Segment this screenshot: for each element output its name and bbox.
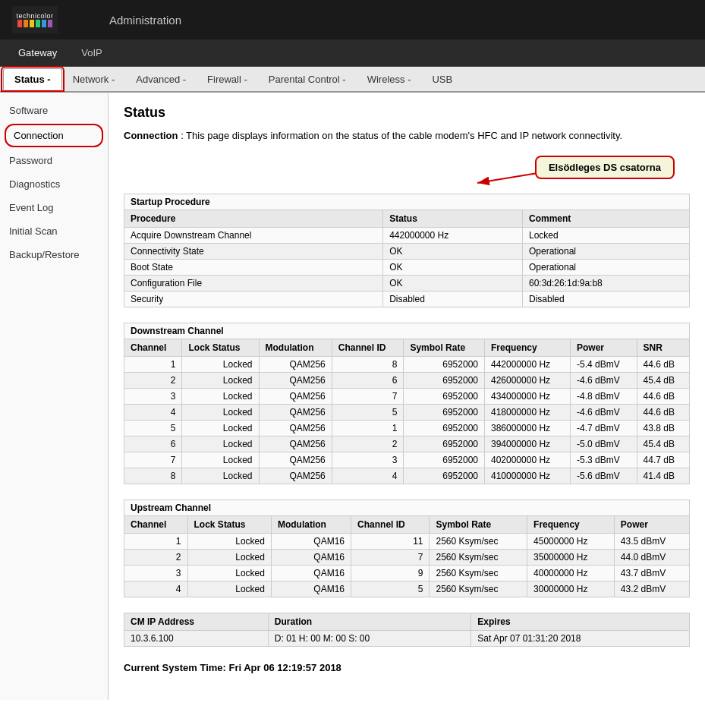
startup-procedure-0: Acquire Downstream Channel <box>124 227 383 243</box>
subnav-parental[interactable]: Parental Control - <box>258 69 357 90</box>
logo-brand: technicolor <box>16 12 53 20</box>
table-row: Connectivity State OK Operational <box>124 243 690 259</box>
ip-col-0: CM IP Address <box>124 613 269 630</box>
subnav-network[interactable]: Network - <box>62 69 126 90</box>
top-tabs: Gateway VoIP <box>0 39 705 67</box>
subnav-wireless[interactable]: Wireless - <box>357 69 422 90</box>
tab-voip[interactable]: VoIP <box>69 41 114 65</box>
downstream-table: Downstream Channel Channel Lock Status M… <box>124 323 690 484</box>
sidebar-item-eventlog[interactable]: Event Log <box>0 196 108 219</box>
startup-wrap: Elsödleges DS csatorna Startup Procedure… <box>124 156 690 307</box>
startup-status-0: 442000000 Hz <box>383 227 523 243</box>
subnav-advanced[interactable]: Advanced - <box>125 69 197 90</box>
us-col-0: Channel <box>124 515 188 533</box>
ds-col-4: Symbol Rate <box>404 339 485 356</box>
ip-table: CM IP Address Duration Expires 10.3.6.10… <box>124 613 690 647</box>
startup-comment-3: 60:3d:26:1d:9a:b8 <box>522 275 689 291</box>
ds-col-0: Channel <box>124 339 182 356</box>
header-title: Administration <box>109 14 181 27</box>
table-row: 6LockedQAM25626952000394000000 Hz-5.0 dB… <box>124 436 690 452</box>
subnav-usb[interactable]: USB <box>421 69 463 90</box>
startup-header: Startup Procedure <box>124 194 690 210</box>
ip-expires: Sat Apr 07 01:31:20 2018 <box>471 630 690 646</box>
sidebar-item-password[interactable]: Password <box>0 149 108 172</box>
table-row: 3LockedQAM1692560 Ksym/sec40000000 Hz43.… <box>124 565 690 581</box>
ip-address: 10.3.6.100 <box>124 630 269 646</box>
table-row: 8LockedQAM25646952000410000000 Hz-5.6 dB… <box>124 468 690 484</box>
ds-col-6: Power <box>570 339 637 356</box>
table-row: Acquire Downstream Channel 442000000 Hz … <box>124 227 690 243</box>
startup-comment-1: Operational <box>522 243 689 259</box>
ds-col-5: Frequency <box>484 339 570 356</box>
layout: Software Connection Password Diagnostics… <box>0 93 705 700</box>
us-col-1: Lock Status <box>187 515 271 533</box>
startup-procedure-4: Security <box>124 291 383 307</box>
us-col-6: Power <box>614 515 689 533</box>
startup-comment-4: Disabled <box>522 291 689 307</box>
us-col-4: Symbol Rate <box>430 515 527 533</box>
ds-col-2: Modulation <box>259 339 332 356</box>
startup-comment-2: Operational <box>522 259 689 275</box>
ds-col-1: Lock Status <box>182 339 259 356</box>
startup-status-2: OK <box>383 259 523 275</box>
header: technicolor Administration <box>0 0 705 39</box>
subnav-status[interactable]: Status - <box>3 68 62 90</box>
tooltip-area: Elsödleges DS csatorna <box>124 156 690 194</box>
startup-status-1: OK <box>383 243 523 259</box>
table-row: 5LockedQAM25616952000386000000 Hz-4.7 dB… <box>124 420 690 436</box>
startup-col-procedure: Procedure <box>124 210 383 227</box>
sidebar-item-software[interactable]: Software <box>0 99 108 122</box>
startup-col-comment: Comment <box>522 210 689 227</box>
startup-status-3: OK <box>383 275 523 291</box>
logo-bar-purple <box>48 20 52 27</box>
us-col-3: Channel ID <box>351 515 430 533</box>
ip-col-2: Expires <box>471 613 690 630</box>
sub-nav: Status - Network - Advanced - Firewall -… <box>0 67 705 93</box>
connection-description: Connection : This page displays informat… <box>124 128 690 143</box>
table-row: Security Disabled Disabled <box>124 291 690 307</box>
logo-bar-green <box>36 20 40 27</box>
startup-status-4: Disabled <box>383 291 523 307</box>
sidebar-item-connection[interactable]: Connection <box>5 124 103 147</box>
table-row: 4LockedQAM1652560 Ksym/sec30000000 Hz43.… <box>124 581 690 597</box>
upstream-header: Upstream Channel <box>124 500 690 515</box>
upstream-table: Upstream Channel Channel Lock Status Mod… <box>124 500 690 597</box>
table-row: 1LockedQAM25686952000442000000 Hz-5.4 dB… <box>124 356 690 372</box>
main-content: Status Connection : This page displays i… <box>109 93 705 700</box>
tooltip-bubble: Elsödleges DS csatorna <box>535 156 675 179</box>
sidebar-item-backuprestore[interactable]: Backup/Restore <box>0 243 108 266</box>
sidebar-item-diagnostics[interactable]: Diagnostics <box>0 172 108 196</box>
logo: technicolor Administration <box>12 6 181 33</box>
logo-bar-yellow <box>30 20 34 27</box>
page-title: Status <box>124 105 690 121</box>
table-row: Boot State OK Operational <box>124 259 690 275</box>
sidebar: Software Connection Password Diagnostics… <box>0 93 109 700</box>
logo-bar-orange <box>24 20 28 27</box>
startup-procedure-3: Configuration File <box>124 275 383 291</box>
startup-col-status: Status <box>383 210 523 227</box>
ip-info: CM IP Address Duration Expires 10.3.6.10… <box>124 613 690 647</box>
current-system-time: Current System Time: Fri Apr 06 12:19:57… <box>124 662 690 673</box>
ds-col-3: Channel ID <box>332 339 404 356</box>
connection-label: Connection <box>124 130 178 141</box>
subnav-firewall[interactable]: Firewall - <box>197 69 258 90</box>
table-row: 2LockedQAM25666952000426000000 Hz-4.6 dB… <box>124 372 690 388</box>
logo-bar-red <box>17 20 22 27</box>
logo-bars <box>17 20 52 27</box>
startup-procedure-1: Connectivity State <box>124 243 383 259</box>
logo-box: technicolor <box>12 6 58 33</box>
table-row: 4LockedQAM25656952000418000000 Hz-4.6 dB… <box>124 404 690 420</box>
table-row: 2LockedQAM1672560 Ksym/sec35000000 Hz44.… <box>124 549 690 565</box>
tab-gateway[interactable]: Gateway <box>6 41 69 65</box>
table-row: 7LockedQAM25636952000402000000 Hz-5.3 dB… <box>124 452 690 468</box>
table-row: 1LockedQAM16112560 Ksym/sec45000000 Hz43… <box>124 533 690 549</box>
connection-desc-text: : This page displays information on the … <box>181 130 622 141</box>
sidebar-item-initialscan[interactable]: Initial Scan <box>0 219 108 243</box>
us-col-2: Modulation <box>271 515 351 533</box>
us-col-5: Frequency <box>527 515 615 533</box>
logo-bar-blue <box>42 20 46 27</box>
ip-duration: D: 01 H: 00 M: 00 S: 00 <box>268 630 471 646</box>
ip-col-1: Duration <box>268 613 471 630</box>
table-row: 10.3.6.100 D: 01 H: 00 M: 00 S: 00 Sat A… <box>124 630 690 646</box>
ds-col-7: SNR <box>637 339 689 356</box>
